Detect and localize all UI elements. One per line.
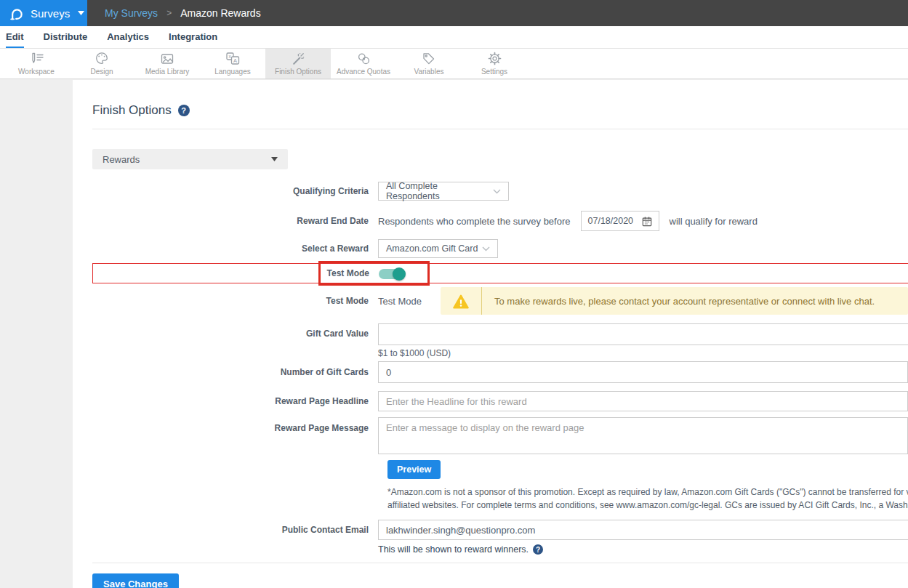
tab-integration[interactable]: Integration [169,26,217,48]
preview-row: Preview [387,460,908,479]
caret-down-icon [271,157,278,161]
edit-toolbar: Workspace Design Media Li [0,49,908,79]
reward-end-date-suffix: will qualify for reward [670,216,758,227]
warning-message: To make rewards live, please contact you… [482,287,887,315]
select-reward-row: Select a Reward Amazon.com Gift Card [92,239,908,258]
number-of-gift-cards-row: Number of Gift Cards [92,361,908,383]
select-reward-label: Select a Reward [92,243,378,254]
test-mode-status-label: Test Mode [92,296,378,306]
media-library-icon [160,52,174,65]
reward-page-headline-input[interactable] [378,391,908,411]
toolbar-item-label: Settings [481,68,507,76]
reward-page-message-row: Reward Page Message [92,417,908,454]
breadcrumb-my-surveys[interactable]: My Surveys [105,7,158,19]
warning-icon [441,287,481,315]
variables-icon [422,52,436,65]
public-contact-email-label: Public Contact Email [92,520,378,555]
amazon-disclaimer-line1: *Amazon.com is not a sponsor of this pro… [387,486,908,499]
public-contact-email-row: Public Contact Email This will be shown … [92,520,908,555]
help-icon[interactable]: ? [533,544,543,555]
reward-end-date-value: 07/18/2020 [588,216,634,226]
number-of-gift-cards-input[interactable] [378,361,908,383]
toolbar-item-workspace[interactable]: Workspace [4,49,69,78]
reward-end-date-prefix: Respondents who complete the survey befo… [378,216,571,227]
footer-divider [92,563,908,563]
chevron-down-icon [493,189,501,194]
tab-edit[interactable]: Edit [6,26,24,48]
reward-page-headline-row: Reward Page Headline [92,391,908,411]
test-mode-status-value: Test Mode [378,296,422,307]
toolbar-item-label: Advance Quotas [337,68,390,76]
test-mode-annotation-band: Test Mode [92,263,908,283]
reward-page-headline-label: Reward Page Headline [92,396,378,406]
select-reward-value: Amazon.com Gift Card [386,243,478,254]
settings-icon [488,52,502,65]
save-changes-button[interactable]: Save Changes [92,573,179,588]
reward-end-date-label: Reward End Date [92,216,378,226]
svg-text:x: x [228,54,231,59]
finish-options-panel: Finish Options ? Rewards Qualifying Crit… [73,80,908,588]
toolbar-item-label: Languages [214,68,251,76]
gift-card-value-helper: $1 to $1000 (USD) [378,348,908,358]
qualifying-criteria-label: Qualifying Criteria [92,186,378,196]
toolbar-item-advance-quotas[interactable]: Advance Quotas [331,49,396,78]
calendar-icon[interactable] [642,216,652,227]
workspace-icon [29,52,44,65]
toolbar-item-label: Variables [414,68,444,76]
reward-end-date-input[interactable]: 07/18/2020 [581,211,659,231]
app-menu-label: Surveys [31,7,70,20]
toggle-knob [393,267,406,281]
toolbar-item-settings[interactable]: Settings [462,49,527,78]
gift-card-value-label: Gift Card Value [92,323,378,358]
toolbar-item-label: Finish Options [275,68,321,76]
test-mode-warning: To make rewards live, please contact you… [441,287,908,315]
finish-options-icon [292,52,305,65]
toolbar-item-variables[interactable]: Variables [396,49,462,78]
preview-button[interactable]: Preview [387,460,441,479]
breadcrumb: My Surveys > Amazon Rewards [87,0,261,26]
breadcrumb-separator: > [166,8,172,18]
toolbar-item-label: Design [90,68,113,76]
tab-analytics[interactable]: Analytics [107,26,149,48]
test-mode-status-row: Test Mode Test Mode To make rewards li [92,287,908,315]
design-icon [95,52,109,65]
test-mode-toggle[interactable] [379,269,404,279]
gift-card-value-row: Gift Card Value $1 to $1000 (USD) [92,323,908,358]
amazon-disclaimer: *Amazon.com is not a sponsor of this pro… [387,486,908,512]
save-row: Save Changes [92,573,908,588]
tab-distribute[interactable]: Distribute [44,26,88,48]
select-reward-select[interactable]: Amazon.com Gift Card [378,239,498,258]
chevron-down-icon [482,246,490,251]
qualifying-criteria-select[interactable]: All Complete Respondents [378,182,509,201]
toolbar-item-design[interactable]: Design [69,49,134,78]
page-title: Finish Options [92,103,172,118]
public-contact-email-helper: This will be shown to reward winners. [378,544,529,555]
top-bar: Surveys My Surveys > Amazon Rewards [0,0,908,26]
toolbar-item-finish-options[interactable]: Finish Options [265,49,331,78]
public-contact-email-input[interactable] [378,520,908,540]
qualifying-criteria-row: Qualifying Criteria All Complete Respond… [92,182,908,201]
title-divider [92,129,908,129]
amazon-disclaimer-line2: affiliated websites. For complete terms … [387,499,908,512]
survey-nav-tabs: Edit Distribute Analytics Integration [0,26,908,49]
toolbar-item-label: Workspace [18,68,55,76]
toolbar-item-languages[interactable]: x A Languages [200,49,265,78]
questionpro-logo-icon [9,5,24,21]
languages-icon: x A [225,52,240,65]
gift-card-value-input[interactable] [378,323,908,345]
toolbar-item-label: Media Library [145,68,190,76]
reward-page-message-label: Reward Page Message [92,417,378,454]
rewards-section-select[interactable]: Rewards [92,149,288,169]
chevron-down-icon [78,11,84,15]
advance-quotas-icon [357,52,371,65]
number-of-gift-cards-label: Number of Gift Cards [92,367,378,377]
rewards-section-label: Rewards [103,154,140,165]
test-mode-toggle-label: Test Mode [93,268,379,278]
reward-page-message-textarea[interactable] [378,417,908,454]
reward-end-date-row: Reward End Date Respondents who complete… [92,211,908,231]
toolbar-item-media-library[interactable]: Media Library [134,49,200,78]
qualifying-criteria-value: All Complete Respondents [386,181,493,201]
app-window: Surveys My Surveys > Amazon Rewards Edit… [0,0,908,588]
surveys-app-menu[interactable]: Surveys [0,0,87,26]
help-icon[interactable]: ? [178,105,190,116]
